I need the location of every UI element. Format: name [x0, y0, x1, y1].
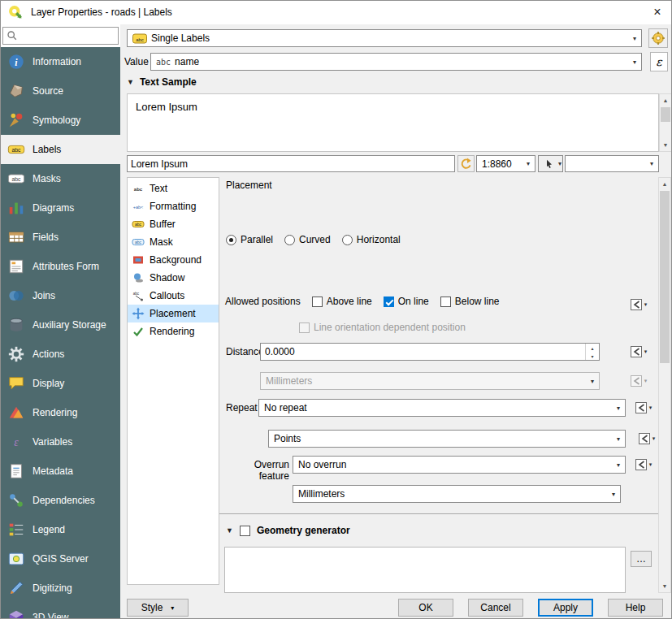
sidebar-item-rendering[interactable]: Rendering [0, 398, 120, 427]
geometry-expression-button[interactable]: … [631, 551, 652, 567]
sidebar-item-information[interactable]: i Information [0, 47, 120, 76]
attributes-form-icon [7, 257, 26, 276]
checkbox-below-line[interactable]: Below line [440, 296, 500, 307]
close-button[interactable]: × [643, 0, 672, 24]
sidebar-item-actions[interactable]: Actions [0, 340, 120, 369]
text-sample-title: Text Sample [140, 76, 197, 88]
sidebar-item-labels[interactable]: abc Labels [0, 135, 120, 164]
value-field-combo[interactable]: abc name ▾ [150, 53, 642, 71]
sidebar-item-digitizing[interactable]: Digitizing [0, 574, 120, 603]
ok-button[interactable]: OK [398, 599, 453, 617]
sidebar-item-display[interactable]: Display [0, 369, 120, 398]
tab-buffer[interactable]: abc Buffer [128, 215, 219, 233]
data-defined-override-button[interactable]: ▾ [626, 296, 650, 314]
scrollbar-thumb[interactable] [660, 191, 670, 363]
data-defined-override-button[interactable]: ▾ [626, 343, 650, 361]
checkbox-checked-icon [384, 297, 394, 307]
sidebar-item-label: Rendering [33, 407, 77, 418]
repeat-units-value: Points [274, 433, 613, 444]
search-input[interactable] [21, 30, 115, 41]
scroll-up-icon[interactable]: ▲ [660, 94, 671, 106]
expression-builder-button[interactable]: ε [650, 52, 668, 71]
sidebar-item-variables[interactable]: ε Variables [0, 427, 120, 457]
sidebar-item-masks[interactable]: abc Masks [0, 164, 120, 193]
preview-scale-combo[interactable]: 1:8860 ▾ [476, 155, 535, 172]
mask-icon: abc [132, 236, 145, 249]
distance-input[interactable] [261, 344, 585, 360]
scroll-down-icon[interactable]: ▼ [660, 139, 671, 151]
chevron-down-icon: ▾ [650, 160, 653, 167]
spin-down-icon[interactable]: ▾ [586, 352, 599, 360]
tab-placement[interactable]: Placement [128, 305, 219, 322]
checkbox-label: Line orientation dependent position [314, 322, 466, 333]
overrun-combo[interactable]: No overrun ▾ [293, 456, 626, 474]
map-settings-button[interactable]: ▾ [538, 155, 563, 172]
sidebar-item-dependencies[interactable]: Dependencies [0, 486, 120, 515]
scroll-down-icon[interactable]: ▼ [659, 580, 670, 592]
radio-horizontal[interactable]: Horizontal [342, 234, 401, 245]
cancel-button[interactable]: Cancel [468, 599, 523, 617]
text-sample-section-header[interactable]: ▼ Text Sample [127, 76, 197, 88]
checkbox-above-line[interactable]: Above line [312, 296, 372, 307]
data-defined-override-button[interactable]: ▾ [631, 399, 655, 417]
overrun-units-combo[interactable]: Millimeters ▾ [293, 485, 621, 503]
scroll-up-icon[interactable]: ▲ [659, 178, 670, 190]
labeling-mode-combo[interactable]: abc Single Labels ▾ [127, 29, 642, 47]
sidebar-item-auxiliary-storage[interactable]: Auxiliary Storage [0, 310, 120, 340]
apply-button[interactable]: Apply [538, 599, 593, 617]
tab-background[interactable]: Background [128, 251, 219, 269]
sidebar-item-joins[interactable]: Joins [0, 281, 120, 310]
text-sample-preview: Lorem Ipsum [127, 93, 659, 152]
spin-up-icon[interactable]: ▴ [586, 344, 599, 352]
style-menu-button[interactable]: Style ▾ [127, 599, 189, 617]
tab-rendering[interactable]: Rendering [128, 322, 219, 340]
help-button[interactable]: Help [608, 599, 663, 617]
scrollbar-thumb[interactable] [661, 107, 670, 122]
geometry-generator-header[interactable]: ▼ Geometry generator [226, 525, 350, 536]
sidebar-item-fields[interactable]: Fields [0, 223, 120, 252]
spin-arrows[interactable]: ▴ ▾ [585, 344, 599, 360]
section-divider [219, 513, 658, 514]
repeat-combo[interactable]: No repeat ▾ [258, 399, 626, 417]
sample-scrollbar[interactable]: ▲ ▼ [659, 93, 672, 152]
radio-curved[interactable]: Curved [284, 234, 331, 245]
single-labels-icon: abc [132, 32, 147, 44]
sidebar-item-qgis-server[interactable]: QGIS Server [0, 544, 120, 574]
rendering-icon [7, 403, 26, 422]
distance-units-value: Millimeters [266, 375, 587, 387]
chevron-down-icon: ▾ [644, 348, 648, 355]
tab-text[interactable]: abc Text [128, 180, 219, 197]
sidebar-item-symbology[interactable]: Symbology [0, 106, 120, 135]
tab-mask[interactable]: abc Mask [128, 233, 219, 251]
radio-parallel[interactable]: Parallel [226, 234, 273, 245]
sidebar-item-metadata[interactable]: Metadata [0, 457, 120, 486]
sample-text-input[interactable] [127, 155, 455, 172]
reset-sample-button[interactable] [457, 155, 475, 172]
data-defined-override-button: ▾ [626, 372, 650, 390]
tab-formatting[interactable]: +ab< Formatting [128, 197, 219, 215]
sidebar-item-3d-view[interactable]: 3D View [0, 603, 120, 619]
repeat-units-combo[interactable]: Points ▾ [268, 430, 626, 448]
auto-placement-settings-button[interactable] [648, 28, 668, 48]
distance-spinbox[interactable]: ▴ ▾ [260, 343, 600, 361]
data-defined-override-button[interactable]: ▾ [631, 456, 655, 474]
sidebar-item-diagrams[interactable]: Diagrams [0, 193, 120, 223]
geometry-generator-checkbox[interactable] [240, 526, 250, 536]
geometry-generator-expression[interactable] [224, 547, 626, 593]
sidebar-item-source[interactable]: Source [0, 76, 120, 106]
panel-scrollbar[interactable]: ▲ ▼ [658, 177, 671, 593]
tab-shadow[interactable]: Shadow [128, 269, 219, 287]
sidebar-item-attributes-form[interactable]: Attributes Form [0, 252, 120, 281]
sidebar-item-label: Attributes Form [33, 261, 99, 272]
tab-callouts[interactable]: abc Callouts [128, 287, 219, 305]
undo-icon [457, 154, 476, 174]
chevron-down-icon: ▾ [617, 435, 620, 443]
checkbox-disabled-icon [299, 322, 310, 333]
diagrams-icon [7, 198, 26, 218]
radio-icon [226, 235, 236, 245]
preview-background-combo[interactable]: ▾ [565, 155, 659, 172]
sidebar-item-legend[interactable]: Legend [0, 515, 120, 544]
data-defined-override-button[interactable]: ▾ [634, 430, 658, 448]
chevron-down-icon: ▾ [558, 160, 561, 167]
checkbox-on-line[interactable]: On line [384, 296, 429, 307]
